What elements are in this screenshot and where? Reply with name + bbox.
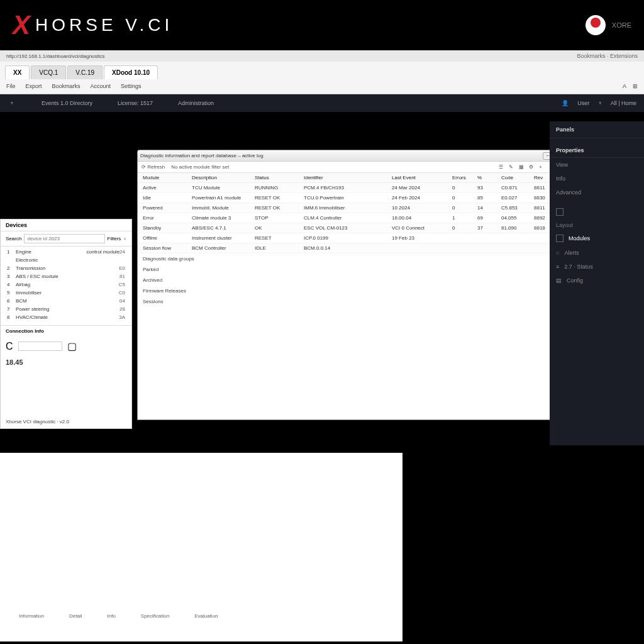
footer-item[interactable]: Info — [107, 613, 115, 619]
plus-icon[interactable]: + — [539, 164, 545, 170]
square-icon — [556, 208, 564, 216]
edit-icon[interactable]: ✎ — [509, 164, 515, 170]
list-icon[interactable]: ☰ — [499, 164, 505, 170]
rp-status[interactable]: ≡2.7 · Status — [550, 260, 644, 274]
list-item[interactable]: Electronic — [1, 256, 131, 264]
list-icon: ≡ — [556, 264, 559, 270]
footer-item[interactable]: Information — [19, 613, 44, 619]
table-row[interactable]: PoweredImmobil. ModuleRESET OKIMM.6 Immo… — [138, 203, 579, 213]
list-item[interactable]: 1Enginecontrol module24 — [1, 248, 131, 256]
footer-item[interactable]: Detail — [69, 613, 82, 619]
table-row[interactable]: StandbyABS/ESC 4.7.1OKESC VOL CM-0123VCI… — [138, 223, 579, 233]
toolbar-user-label: User — [577, 100, 589, 106]
grid-icon — [556, 235, 564, 242]
connection-input[interactable] — [18, 341, 62, 351]
group-label[interactable]: Diagnostic data groups — [138, 253, 579, 264]
table-row[interactable]: Session flowBCM ControllerIDLEBCM.0.0.14 — [138, 243, 579, 253]
toolbar-right-text[interactable]: All | Home — [611, 100, 636, 106]
left-panel-header: Devices — [1, 219, 131, 231]
menu-file[interactable]: File — [6, 83, 16, 89]
toolbar-add-button[interactable]: + — [8, 100, 16, 106]
window-title: Diagnostic information and report databa… — [140, 153, 264, 158]
connection-section: Connection Info — [1, 325, 131, 336]
brand-left: X HORSE V.CI — [13, 10, 173, 40]
left-panel-search: Search Filters × — [1, 231, 131, 247]
tab-xdood[interactable]: XDood 10.10 — [104, 65, 158, 79]
group-label[interactable]: Firmware Releases — [138, 286, 579, 296]
table-row[interactable]: ActiveTCU ModuleRUNNINGPCM.4 FB/CH19324 … — [138, 183, 579, 193]
rp-alerts[interactable]: ○Alerts — [550, 246, 644, 260]
search-input[interactable] — [24, 234, 104, 243]
left-panel: Devices Search Filters × 1Enginecontrol … — [0, 219, 132, 429]
right-panel-sub: Properties — [550, 143, 644, 158]
grid-icon[interactable]: ▦ — [519, 164, 525, 170]
rp-layout-box[interactable] — [550, 204, 644, 219]
tab-row: XX VCQ.1 V.C.19 XDood 10.10 — [0, 62, 644, 79]
address-text[interactable]: http://192.168.1.1/dashboard/vci/diagnos… — [6, 53, 105, 59]
table-header: Module Description Status Identifier Las… — [138, 173, 579, 183]
brand-badge-icon — [586, 15, 606, 35]
brand-name: HORSE V.CI — [35, 15, 173, 35]
rp-advanced[interactable]: Advanced — [550, 186, 644, 199]
list-item[interactable]: 3ABS / ESC module81 — [1, 272, 131, 280]
left-panel-foot: C ▢ — [1, 336, 131, 356]
settings-icon[interactable]: ⚙ — [529, 164, 535, 170]
group-label[interactable]: Parked — [138, 264, 579, 275]
toolbar-plus-right[interactable]: + — [598, 100, 601, 106]
group-label[interactable]: Sessions — [138, 296, 579, 307]
bottom-document: Information Detail Info Specification Ev… — [0, 453, 402, 641]
brand-bar: X HORSE V.CI XORE — [0, 0, 644, 50]
menu-bookmarks[interactable]: Bookmarks — [52, 83, 80, 89]
rp-layout-label: Layout — [550, 219, 644, 231]
rp-config[interactable]: ▤Config — [550, 274, 644, 287]
menu-account[interactable]: Account — [91, 83, 111, 89]
list-item[interactable]: 6BCM04 — [1, 297, 131, 305]
rp-info[interactable]: Info — [550, 172, 644, 186]
data-window: Diagnostic information and report databa… — [137, 150, 580, 420]
table-row[interactable]: IdlePowertrain A1 moduleRESET OKTCU.0 Po… — [138, 193, 579, 203]
brand-right: XORE — [586, 15, 631, 35]
list-item[interactable]: 4AirbagC5 — [1, 280, 131, 289]
menu-grid-icon[interactable]: ⊞ — [633, 83, 638, 89]
toolbar-user-icon[interactable]: 👤 — [562, 100, 569, 106]
window-titlebar[interactable]: Diagnostic information and report databa… — [138, 150, 579, 162]
tab-xx[interactable]: XX — [5, 65, 30, 79]
tab-vc19[interactable]: V.C.19 — [67, 65, 103, 79]
doc-footer: Information Detail Info Specification Ev… — [0, 609, 402, 623]
device-list: 1Enginecontrol module24 Electronic 2Tran… — [1, 247, 131, 323]
toolbar-license[interactable]: License: 1517 — [118, 100, 153, 106]
table-row[interactable]: OfflineInstrument clusterRESETICP.0 0199… — [138, 233, 579, 243]
toolbar-events[interactable]: Events 1.0 Directory — [42, 100, 92, 106]
address-row: http://192.168.1.1/dashboard/vci/diagnos… — [0, 50, 644, 62]
bottom-note: Xhorse VCI diagnostic · v2.0 — [1, 369, 131, 428]
footer-item[interactable]: Specification — [141, 613, 169, 619]
input-label: C — [6, 341, 13, 352]
search-label: Search — [6, 236, 21, 242]
close-icon[interactable]: × — [123, 236, 126, 242]
rp-modules[interactable]: Modules — [550, 231, 644, 246]
footer-item[interactable]: Evaluation — [194, 613, 218, 619]
right-panel: Panels Properties View Info Advanced Lay… — [550, 121, 644, 445]
tab-filters[interactable]: Filters — [108, 236, 121, 242]
refresh-button[interactable]: ⟳ Refresh — [142, 164, 165, 170]
menu-export[interactable]: Export — [26, 83, 42, 89]
menu-row: File Export Bookmarks Account Settings A… — [0, 79, 644, 93]
list-item[interactable]: 5ImmobiliserC0 — [1, 289, 131, 297]
filter-text: No active module filter set — [171, 164, 229, 170]
tab-vcq[interactable]: VCQ.1 — [31, 65, 66, 79]
group-label[interactable]: Archived — [138, 275, 579, 286]
list-item[interactable]: 2TransmissionE0 — [1, 264, 131, 272]
toolbar-admin[interactable]: Administration — [178, 100, 214, 106]
big-value: 18.45 — [1, 356, 131, 369]
circle-icon: ○ — [556, 250, 559, 256]
rp-view[interactable]: View — [550, 158, 644, 172]
menu-settings[interactable]: Settings — [121, 83, 142, 89]
square-icon[interactable]: ▢ — [67, 340, 77, 352]
menu-font-icon[interactable]: A — [623, 83, 626, 89]
table-row[interactable]: ErrorClimate module 3STOPCLM.4 Controlle… — [138, 213, 579, 223]
data-table: Module Description Status Identifier Las… — [138, 173, 579, 307]
workspace: Devices Search Filters × 1Enginecontrol … — [0, 112, 644, 445]
list-item[interactable]: 7Power steering28 — [1, 305, 131, 313]
chart-icon: ▤ — [556, 277, 562, 284]
list-item[interactable]: 8HVAC/Climate3A — [1, 313, 131, 321]
